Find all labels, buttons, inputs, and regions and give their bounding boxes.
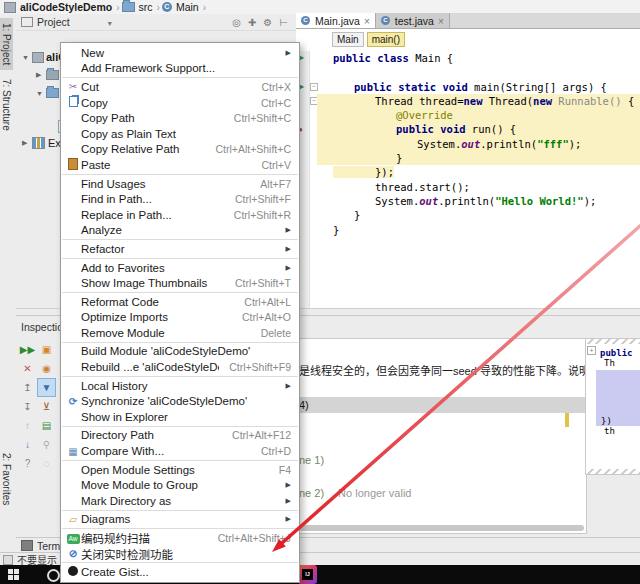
taskbar-search-icon[interactable] xyxy=(47,569,60,582)
collapsed-arrow-icon[interactable]: ▶ xyxy=(22,139,32,147)
breadcrumb-chip-main[interactable]: Main xyxy=(332,32,364,47)
code-editor[interactable]: public class Main {public static void ma… xyxy=(317,51,640,237)
collapse-icon[interactable]: ✚ xyxy=(248,17,256,28)
group-by-module-icon[interactable]: ▣ xyxy=(37,340,56,359)
menu-item-open-module-settings[interactable]: Open Module SettingsF4 xyxy=(61,462,299,478)
menu-item-show-in-explorer[interactable]: Show in Explorer xyxy=(61,409,299,425)
preview-icon[interactable]: ◌ xyxy=(37,454,56,473)
close-tab-icon[interactable] xyxy=(437,15,444,27)
locate-icon[interactable]: ◎ xyxy=(232,17,241,28)
menu-item-label: Add to Favorites xyxy=(81,262,276,274)
sidebar-item-project[interactable]: 1: Project xyxy=(0,18,13,70)
menu-item-move-module-to-group[interactable]: Move Module to Group▶ xyxy=(61,477,299,493)
filter-icon[interactable]: ▼ xyxy=(37,378,56,397)
menu-item-label: Optimize Imports xyxy=(81,311,232,323)
menu-item-ali-code-scan[interactable]: Aw编码规约扫描Ctrl+Alt+Shift+J xyxy=(61,530,299,546)
breadcrumb-src[interactable]: src xyxy=(139,1,153,13)
settings-icon[interactable]: ⚲ xyxy=(37,435,56,454)
menu-item-reformat-code[interactable]: Reformat CodeCtrl+Alt+L xyxy=(61,294,299,310)
close-icon[interactable]: ✕ xyxy=(18,359,37,378)
libraries-icon xyxy=(32,137,45,149)
menu-item-disable-realtime-check[interactable]: ⊘关闭实时检测功能 xyxy=(61,546,299,562)
menu-item-copy[interactable]: CopyCtrl+C xyxy=(61,95,299,111)
diagrams-icon: ▱ xyxy=(65,514,81,525)
help-icon[interactable]: ? xyxy=(18,454,37,473)
menu-item-directory-path[interactable]: Directory PathCtrl+Alt+F12 xyxy=(61,428,299,444)
tab-test-java[interactable]: C test.java xyxy=(376,13,450,28)
windows-start-icon[interactable] xyxy=(8,569,19,580)
menu-item-new[interactable]: New▶ xyxy=(61,45,299,61)
menu-item-copy-path[interactable]: Copy PathCtrl+Shift+C xyxy=(61,110,299,126)
chevron-right-icon xyxy=(155,1,162,13)
menu-shortcut: Ctrl+Shift+F9 xyxy=(229,361,291,373)
submenu-arrow-icon: ▶ xyxy=(286,497,291,505)
ban-icon: ⊘ xyxy=(65,548,81,559)
export-icon[interactable]: ▤ xyxy=(37,416,56,435)
tree-row-src-folder[interactable]: ▼ xyxy=(36,86,61,100)
hide-panel-icon[interactable]: ⊢ xyxy=(279,17,288,28)
rerun-inspection-icon[interactable]: ▶▶ xyxy=(18,340,37,359)
menu-item-copy-relative-path[interactable]: Copy Relative PathCtrl+Alt+Shift+C xyxy=(61,142,299,158)
collapsed-arrow-icon[interactable]: ▶ xyxy=(36,71,46,79)
menu-item-refactor[interactable]: Refactor▶ xyxy=(61,241,299,257)
menu-item-mark-directory-as[interactable]: Mark Directory as▶ xyxy=(61,493,299,509)
menu-item-replace-in-path[interactable]: Replace in Path...Ctrl+Shift+R xyxy=(61,207,299,223)
menu-item-synchronize[interactable]: ⟳Synchronize 'aliCodeStyleDemo' xyxy=(61,393,299,409)
menu-item-add-framework-support[interactable]: Add Framework Support... xyxy=(61,61,299,77)
menu-item-rebuild-module[interactable]: Rebuild ...e 'aliCodeStyleDemo'Ctrl+Shif… xyxy=(61,359,299,375)
chevron-down-icon[interactable] xyxy=(70,16,112,28)
menu-item-label: Cut xyxy=(81,81,252,93)
menu-item-paste[interactable]: PasteCtrl+V xyxy=(61,157,299,173)
menu-item-build-module[interactable]: Build Module 'aliCodeStyleDemo' xyxy=(61,344,299,360)
expand-all-icon[interactable]: ↥ xyxy=(18,378,37,397)
menu-separator xyxy=(62,342,298,343)
tab-main-java[interactable]: C Main.java xyxy=(296,13,376,28)
apply-quickfix-icon[interactable]: ⊻ xyxy=(37,397,56,416)
tree-row-idea-folder[interactable]: ▶ xyxy=(36,68,61,82)
sidebar-item-structure[interactable]: 7: Structure xyxy=(0,74,13,136)
collapse-all-icon[interactable]: ↧ xyxy=(18,397,37,416)
checkbox-icon[interactable] xyxy=(3,555,13,565)
code-line: Thread thread=new Thread(new Runnable() … xyxy=(317,94,640,108)
menu-item-local-history[interactable]: Local History▶ xyxy=(61,378,299,394)
menu-item-find-usages[interactable]: Find UsagesAlt+F7 xyxy=(61,176,299,192)
close-tab-icon[interactable] xyxy=(363,15,370,27)
menu-item-add-to-favorites[interactable]: Add to Favorites▶ xyxy=(61,260,299,276)
breadcrumb-main[interactable]: Main xyxy=(176,1,199,13)
menu-item-find-in-path[interactable]: Find in Path...Ctrl+Shift+F xyxy=(61,191,299,207)
menu-item-diagrams[interactable]: ▱Diagrams▶ xyxy=(61,512,299,528)
menu-item-label: Copy as Plain Text xyxy=(81,128,281,140)
next-problem-icon[interactable]: ↓ xyxy=(18,435,37,454)
menu-shortcut: Ctrl+V xyxy=(262,159,291,171)
menu-separator xyxy=(62,292,298,293)
menu-item-copy-as-plain-text[interactable]: Copy as Plain Text xyxy=(61,126,299,142)
breadcrumb-project[interactable]: aliCodeStyleDemo xyxy=(20,1,112,13)
menu-item-remove-module[interactable]: Remove ModuleDelete xyxy=(61,325,299,341)
previous-problem-icon[interactable]: ↑ xyxy=(18,416,37,435)
menu-shortcut: Delete xyxy=(261,327,291,339)
inspection-location: ne 1) xyxy=(299,454,324,466)
menu-item-create-gist[interactable]: Create Gist... xyxy=(61,564,299,580)
tree-row-external-libraries[interactable]: ▶ Ext xyxy=(22,136,64,150)
menu-item-optimize-imports[interactable]: Optimize ImportsCtrl+Alt+O xyxy=(61,310,299,326)
menu-shortcut: Ctrl+Alt+F12 xyxy=(232,429,291,441)
expand-arrow-icon[interactable]: ▼ xyxy=(36,90,46,97)
menu-item-show-image-thumbnails[interactable]: Show Image ThumbnailsCtrl+Shift+T xyxy=(61,275,299,291)
breadcrumb-chip-main-method[interactable]: main() xyxy=(367,32,405,47)
intellij-taskbar-icon[interactable]: IJ xyxy=(298,565,317,584)
group-by-severity-icon[interactable]: ◉ xyxy=(37,359,56,378)
menu-item-analyze[interactable]: Analyze▶ xyxy=(61,223,299,239)
menu-item-cut[interactable]: ✂CutCtrl+X xyxy=(61,79,299,95)
expand-arrow-icon[interactable]: ▼ xyxy=(22,54,32,61)
code-line: System.out.println("Hello World!"); xyxy=(317,194,640,208)
cut-icon: ✂ xyxy=(65,81,81,92)
menu-item-compare-with[interactable]: ▦Compare With...Ctrl+D xyxy=(61,443,299,459)
settings-gear-icon[interactable]: ⚙ xyxy=(263,17,272,28)
fold-plus-icon[interactable]: + xyxy=(587,346,596,355)
code-line: public class Main { xyxy=(317,51,640,65)
menu-item-label: Show in Explorer xyxy=(81,411,281,423)
fold-column: −− xyxy=(309,51,317,308)
sidebar-item-favorites[interactable]: 2: Favorites xyxy=(0,448,13,510)
horizontal-scrollbar[interactable] xyxy=(299,525,584,531)
code-line: thread.start(); xyxy=(317,180,640,194)
